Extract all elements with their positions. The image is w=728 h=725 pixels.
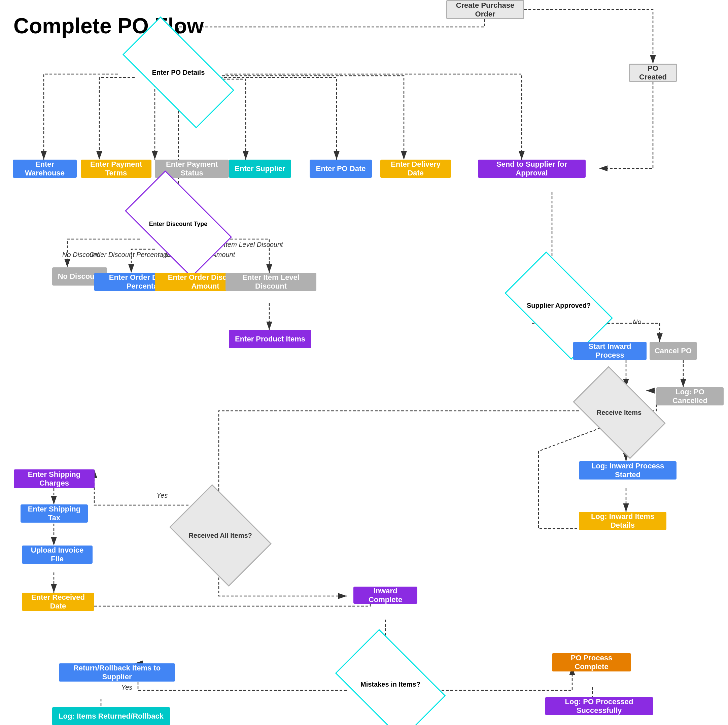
node-startInwardProcess: Start Inward Process — [573, 342, 647, 360]
node-inwardComplete: Inward Complete — [353, 587, 418, 604]
flowchart-arrows — [0, 0, 728, 725]
node-logPOProcessed: Log: PO Processed Successfully — [545, 697, 653, 715]
label-yes3: Yes — [121, 684, 132, 691]
label-yes2: Yes — [156, 492, 168, 500]
node-cancelPO: Cancel PO — [650, 342, 697, 360]
node-mistakesInItems: Mistakes in Items? — [335, 629, 446, 725]
node-createPO: Create Purchase Order — [446, 0, 524, 19]
node-enterPaymentTerms: Enter Payment Terms — [81, 159, 151, 178]
node-enterShippingCharges: Enter Shipping Charges — [14, 469, 95, 488]
node-enterReceivedDate: Enter Received Date — [22, 593, 94, 611]
node-enterSupplier: Enter Supplier — [229, 159, 291, 178]
node-returnRollback: Return/Rollback Items to Supplier — [59, 664, 175, 682]
node-enterDiscountType: Enter Discount Type — [125, 170, 232, 277]
node-logPOCancelled: Log: PO Cancelled — [656, 387, 723, 405]
node-logInwardItemsDetails: Log: Inward Items Details — [579, 512, 667, 530]
node-poCreated: PO Created — [629, 64, 677, 82]
node-poProcessComplete: PO Process Complete — [552, 653, 631, 671]
node-receiveItems: Receive Items — [573, 366, 666, 459]
node-enterShippingTax: Enter Shipping Tax — [20, 504, 88, 523]
label-item-level-discount: Item Level Discount — [224, 241, 283, 248]
label-order-discount-pct: Order Discount Percentage — [89, 251, 171, 259]
node-sendToSupplier: Send to Supplier for Approval — [478, 159, 586, 178]
node-uploadInvoiceFile: Upload Invoice File — [22, 546, 93, 564]
label-no1: No — [633, 318, 641, 326]
node-logInwardProcessStarted: Log: Inward Process Started — [579, 461, 676, 480]
node-enterProductItems: Enter Product Items — [229, 330, 311, 348]
node-enterItemLevelDiscount: Enter Item Level Discount — [225, 273, 317, 291]
node-receivedAllItems: Received All Items? — [169, 484, 272, 587]
node-enterPODate: Enter PO Date — [310, 159, 372, 178]
node-enterDeliveryDate: Enter Delivery Date — [380, 159, 451, 178]
node-enterWarehouse: Enter Warehouse — [13, 159, 77, 178]
node-logItemsReturned: Log: Items Returned/Rollback — [52, 707, 170, 725]
